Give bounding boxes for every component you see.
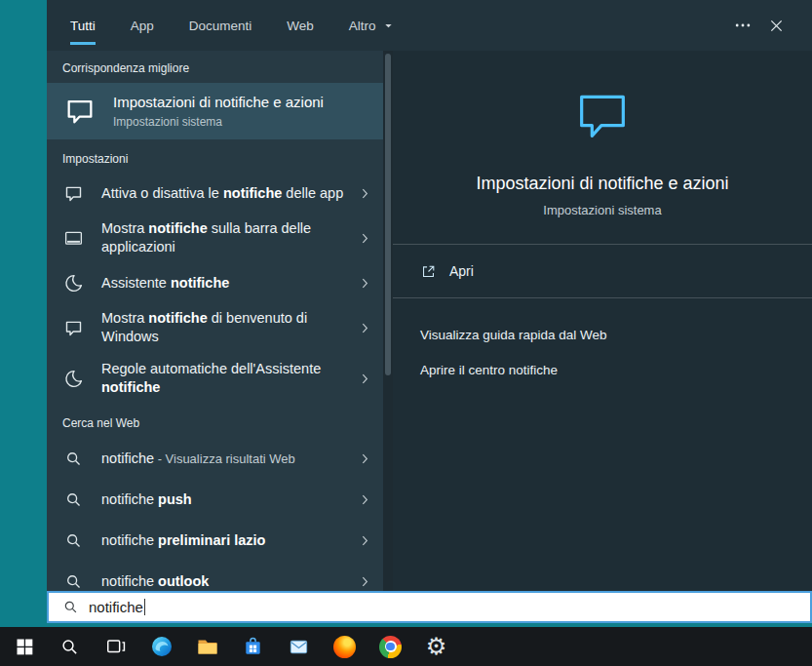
search-flyout: Tutti App Documenti Web Altro Corrispond… — [47, 0, 812, 592]
result-text: notifiche outlook — [101, 573, 354, 589]
gear-icon: ⚙ — [426, 635, 447, 658]
close-button[interactable] — [759, 0, 793, 51]
search-icon — [60, 487, 86, 512]
desktop: Tutti App Documenti Web Altro Corrispond… — [0, 0, 812, 666]
section-header-best-match: Corrispondenza migliore — [47, 51, 383, 83]
edge-icon — [150, 635, 174, 658]
result-text: Regole automatiche dell'Assistente notif… — [101, 360, 354, 397]
link-open-action-center[interactable]: Aprire il centro notifiche — [420, 363, 785, 377]
firefox-icon — [333, 636, 356, 658]
preview-subtitle: Impostazioni sistema — [393, 203, 812, 217]
notification-bubble-icon — [60, 180, 86, 206]
close-icon — [767, 17, 786, 35]
notification-bubble-icon — [60, 315, 86, 340]
more-options-button[interactable] — [726, 0, 759, 51]
open-icon — [420, 263, 437, 280]
result-text: Assistente notifiche — [101, 274, 354, 293]
result-text: Attiva o disattiva le notifiche delle ap… — [101, 184, 354, 203]
tab-app-label: App — [131, 19, 154, 33]
search-icon — [62, 599, 79, 615]
chevron-right-icon — [354, 574, 375, 589]
chevron-right-icon — [354, 186, 375, 201]
tab-tutti[interactable]: Tutti — [70, 0, 96, 51]
focus-assist-moon-icon — [60, 270, 86, 295]
results-panel: Corrispondenza migliore Impostazioni di … — [47, 51, 383, 592]
search-filter-tabbar: Tutti App Documenti Web Altro — [47, 0, 812, 51]
result-text: notifiche preliminari lazio — [101, 532, 354, 548]
chrome-button[interactable] — [367, 627, 413, 666]
tab-app[interactable]: App — [131, 0, 154, 51]
section-header-settings: Impostazioni — [47, 139, 383, 174]
best-match-result[interactable]: Impostazioni di notifiche e azioni Impos… — [47, 83, 383, 139]
best-match-subtitle: Impostazioni sistema — [113, 115, 324, 129]
tab-web-label: Web — [287, 19, 314, 33]
search-icon — [60, 528, 86, 553]
chevron-right-icon — [354, 231, 375, 246]
chevron-right-icon — [354, 451, 375, 466]
search-results-area: Corrispondenza migliore Impostazioni di … — [47, 51, 812, 592]
search-icon — [60, 568, 86, 592]
result-text: notifiche - Visualizza risultati Web — [101, 451, 354, 466]
preview-links: Visualizza guida rapida dal Web Aprire i… — [393, 328, 812, 377]
chevron-right-icon — [354, 372, 375, 386]
result-text: notifiche push — [101, 491, 354, 507]
start-button[interactable] — [1, 627, 47, 666]
web-search-result[interactable]: notifiche push — [47, 479, 383, 520]
firefox-button[interactable] — [322, 627, 367, 666]
best-match-text: Impostazioni di notifiche e azioni Impos… — [113, 94, 324, 129]
task-view-button[interactable] — [93, 627, 138, 666]
tab-altro-label: Altro — [349, 19, 376, 33]
taskbar-search-button[interactable] — [47, 627, 93, 666]
chevron-right-icon — [354, 492, 375, 507]
task-view-icon — [105, 636, 127, 657]
taskbar-edge-button[interactable] — [138, 627, 184, 666]
web-search-result[interactable]: notifiche outlook — [47, 561, 383, 592]
settings-result-focus-assist[interactable]: Assistente notifiche — [47, 263, 383, 302]
chevron-down-icon — [383, 20, 394, 31]
web-search-result[interactable]: notifiche preliminari lazio — [47, 520, 383, 561]
link-web-quick-guide[interactable]: Visualizza guida rapida dal Web — [420, 328, 785, 342]
section-header-web-search: Cerca nel Web — [47, 404, 383, 438]
search-icon — [60, 446, 86, 471]
notification-settings-large-icon — [393, 84, 812, 146]
open-label: Apri — [449, 263, 474, 279]
settings-result-toggle-notifications[interactable]: Attiva o disattiva le notifiche delle ap… — [47, 174, 383, 213]
file-explorer-button[interactable] — [184, 627, 230, 666]
folder-icon — [196, 635, 219, 658]
divider — [393, 297, 812, 298]
open-button[interactable]: Apri — [393, 245, 812, 297]
search-icon — [59, 637, 80, 657]
web-search-result[interactable]: notifiche - Visualizza risultati Web — [47, 438, 383, 479]
best-match-title: Impostazioni di notifiche e azioni — [113, 94, 324, 110]
settings-result-welcome-notifications[interactable]: Mostra notifiche di benvenuto di Windows — [47, 302, 383, 353]
settings-button[interactable]: ⚙ — [413, 627, 459, 666]
chevron-right-icon — [354, 321, 375, 335]
scrollbar-thumb[interactable] — [385, 54, 391, 375]
more-options-icon — [733, 16, 753, 35]
store-icon — [242, 636, 264, 658]
tab-documenti[interactable]: Documenti — [189, 0, 252, 51]
chevron-right-icon — [354, 276, 375, 291]
text-caret — [144, 599, 145, 615]
notification-settings-icon — [60, 92, 99, 131]
settings-result-taskbar-notifications[interactable]: Mostra notifiche sulla barra delle appli… — [47, 213, 383, 263]
search-input-value: notifiche — [89, 599, 143, 615]
search-input[interactable]: notifiche — [47, 591, 812, 623]
mail-icon — [288, 636, 310, 658]
result-text: Mostra notifiche di benvenuto di Windows — [101, 309, 354, 346]
preview-title: Impostazioni di notifiche e azioni — [393, 174, 812, 194]
tab-tutti-label: Tutti — [70, 19, 96, 33]
chevron-right-icon — [354, 533, 375, 548]
focus-assist-moon-icon — [60, 366, 86, 391]
scrollbar-track — [383, 51, 393, 592]
windows-logo-icon — [15, 637, 34, 656]
tabbar-spacer — [429, 0, 726, 51]
result-text: Mostra notifiche sulla barra delle appli… — [101, 219, 354, 256]
tab-web[interactable]: Web — [287, 0, 314, 51]
tab-documenti-label: Documenti — [189, 19, 252, 33]
preview-pane: Impostazioni di notifiche e azioni Impos… — [393, 51, 812, 592]
mail-button[interactable] — [276, 627, 322, 666]
microsoft-store-button[interactable] — [230, 627, 276, 666]
settings-result-focus-assist-rules[interactable]: Regole automatiche dell'Assistente notif… — [47, 353, 383, 404]
tab-altro[interactable]: Altro — [349, 0, 394, 51]
